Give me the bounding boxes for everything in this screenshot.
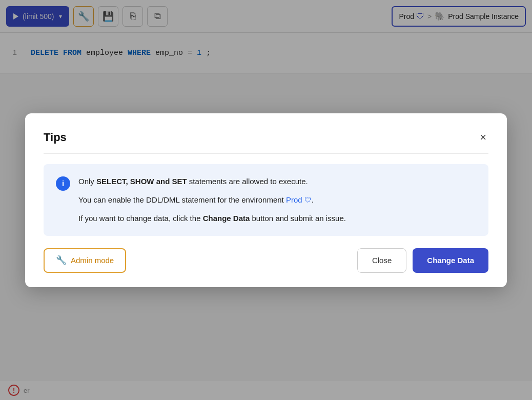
info-paragraph-3: If you want to change data, click the Ch… [78, 212, 346, 225]
modal-footer-right: Close Change Data [357, 248, 488, 273]
admin-mode-button[interactable]: 🔧 Admin mode [44, 248, 126, 273]
change-data-button[interactable]: Change Data [413, 248, 488, 273]
modal-header: Tips × [44, 130, 488, 154]
modal-title: Tips [44, 131, 67, 144]
info-content: Only SELECT, SHOW and SET statements are… [78, 175, 346, 225]
modal-footer: 🔧 Admin mode Close Change Data [44, 248, 488, 273]
info-paragraph-2: You can enable the DDL/DML statement for… [78, 194, 346, 206]
prod-link-shield-icon: 🛡 [304, 196, 312, 204]
modal-overlay: Tips × i Only SELECT, SHOW and SET state… [0, 0, 532, 400]
close-icon-button[interactable]: × [478, 130, 488, 145]
close-button[interactable]: Close [357, 248, 406, 273]
change-data-text-bold: Change Data [203, 214, 250, 223]
tips-modal: Tips × i Only SELECT, SHOW and SET state… [25, 113, 507, 287]
info-bold-statements: SELECT, SHOW and SET [96, 177, 187, 186]
info-paragraph-1: Only SELECT, SHOW and SET statements are… [78, 175, 346, 188]
info-icon: i [56, 176, 70, 191]
wrench-icon: 🔧 [56, 255, 67, 266]
prod-environment-link[interactable]: Prod 🛡 [286, 195, 312, 204]
admin-mode-label: Admin mode [71, 256, 114, 265]
info-box: i Only SELECT, SHOW and SET statements a… [44, 164, 488, 236]
